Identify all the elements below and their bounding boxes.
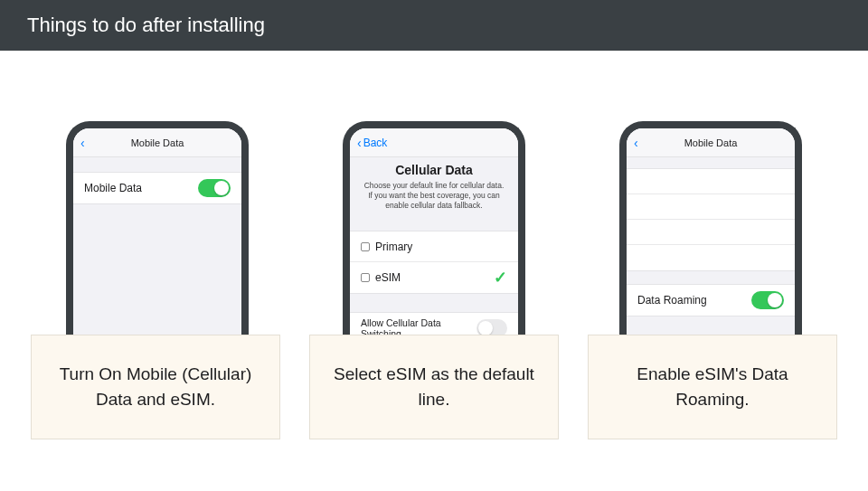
navbar: ‹ Back xyxy=(350,128,518,157)
data-roaming-row[interactable]: Data Roaming xyxy=(627,285,795,316)
option-label: eSIM xyxy=(375,271,401,284)
chevron-left-icon: ‹ xyxy=(357,137,362,149)
caption-2: Select eSIM as the default line. xyxy=(309,335,559,439)
roaming-group: Data Roaming xyxy=(627,284,795,316)
back-label: Back xyxy=(363,137,388,149)
back-button[interactable]: ‹ xyxy=(634,137,640,149)
table-row xyxy=(627,194,795,220)
row-label: Mobile Data xyxy=(84,182,142,194)
back-button[interactable]: ‹ xyxy=(80,137,87,149)
captions-row: Turn On Mobile (Cellular) Data and eSIM.… xyxy=(0,335,868,439)
caption-3: Enable eSIM's Data Roaming. xyxy=(588,335,837,439)
roaming-toggle[interactable] xyxy=(751,291,784,309)
navbar: ‹ Mobile Data xyxy=(627,128,795,157)
phone-mockup-2: ‹ Back Cellular Data Choose your default… xyxy=(343,121,525,336)
screen-title: Cellular Data xyxy=(350,163,518,177)
table-row xyxy=(627,220,795,245)
chevron-left-icon: ‹ xyxy=(634,137,638,149)
option-primary[interactable]: Primary xyxy=(350,231,518,262)
navbar: ‹ Mobile Data xyxy=(73,128,241,157)
blank-group xyxy=(627,168,795,271)
sim-badge-icon xyxy=(361,242,370,251)
settings-group: Mobile Data xyxy=(73,172,241,204)
step-2: ‹ Back Cellular Data Choose your default… xyxy=(321,121,547,336)
step-1: ‹ Mobile Data Mobile Data xyxy=(44,121,270,336)
table-row xyxy=(627,169,795,194)
row-label: Allow Cellular Data Switching xyxy=(361,317,476,336)
phones-row: ‹ Mobile Data Mobile Data xyxy=(0,51,868,336)
mobile-data-row[interactable]: Mobile Data xyxy=(73,173,241,203)
caption-1: Turn On Mobile (Cellular) Data and eSIM. xyxy=(31,335,280,439)
allow-switching-row[interactable]: Allow Cellular Data Switching xyxy=(350,313,518,336)
sim-badge-icon xyxy=(361,273,370,282)
table-row xyxy=(627,245,795,270)
page-header: Things to do after installing xyxy=(0,0,868,51)
chevron-left-icon: ‹ xyxy=(80,137,85,149)
row-label: Data Roaming xyxy=(637,294,707,307)
step-3: ‹ Mobile Data Data Roaming xyxy=(598,121,824,336)
mobile-data-toggle[interactable] xyxy=(198,179,231,197)
back-button[interactable]: ‹ Back xyxy=(357,137,387,149)
option-esim[interactable]: eSIM ✓ xyxy=(350,262,518,293)
nav-title: Mobile Data xyxy=(131,137,184,148)
checkmark-icon: ✓ xyxy=(494,268,507,288)
switching-group: Allow Cellular Data Switching xyxy=(350,312,518,336)
page-title: Things to do after installing xyxy=(27,14,265,37)
line-options-group: Primary eSIM ✓ xyxy=(350,231,518,294)
screen-subtitle: Choose your default line for cellular da… xyxy=(350,177,518,211)
phone-mockup-3: ‹ Mobile Data Data Roaming xyxy=(619,121,802,336)
phone-mockup-1: ‹ Mobile Data Mobile Data xyxy=(66,121,249,336)
option-label: Primary xyxy=(375,241,412,253)
nav-title: Mobile Data xyxy=(684,137,738,148)
